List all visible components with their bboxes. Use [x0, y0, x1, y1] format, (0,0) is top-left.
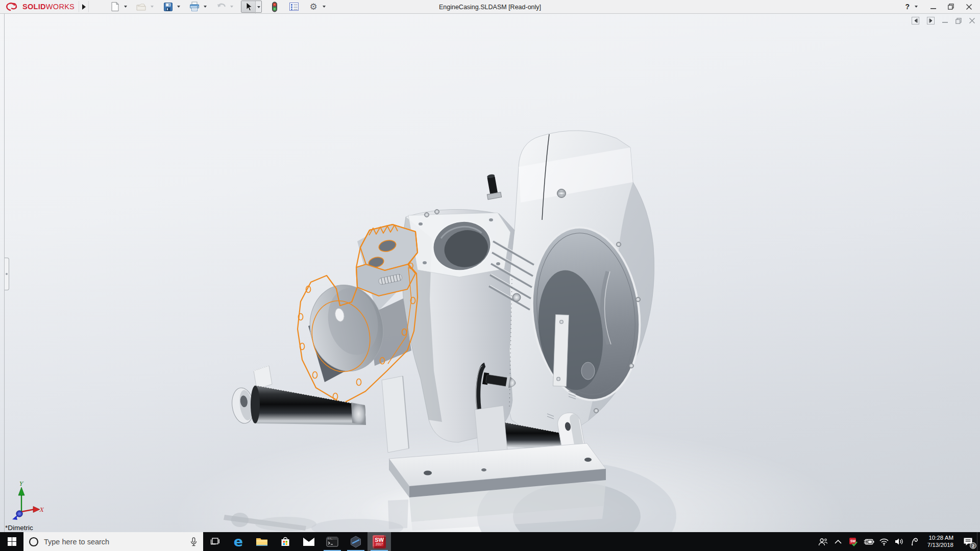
close-icon — [966, 4, 972, 10]
print-dropdown[interactable] — [202, 1, 208, 13]
battery-plugged-icon — [863, 538, 874, 545]
window-restore-button[interactable] — [947, 3, 955, 11]
file-properties-button[interactable] — [287, 1, 301, 13]
pane-left-icon — [914, 18, 918, 23]
menu-expand-button[interactable] — [79, 1, 89, 12]
taskbar-app-store[interactable] — [274, 532, 297, 551]
open-dropdown[interactable] — [149, 1, 155, 13]
previous-pane-button[interactable] — [912, 17, 919, 24]
rebuild-button[interactable] — [268, 1, 281, 13]
store-icon — [280, 537, 290, 547]
battery-status[interactable] — [861, 532, 876, 551]
orientation-triad: Y X — [6, 480, 44, 521]
taskbar-app-command-prompt[interactable]: C:\_ — [321, 532, 344, 551]
help-button[interactable]: ? — [905, 3, 910, 11]
search-placeholder-text: Type here to search — [44, 538, 185, 546]
mail-icon — [303, 537, 315, 546]
restore-icon — [948, 4, 954, 10]
notification-count-badge: 2 — [970, 542, 976, 549]
minimize-icon — [930, 4, 936, 10]
splitter-grip-icon — [6, 273, 8, 275]
taskbar-app-solidworks[interactable]: SW 2017 — [368, 532, 391, 551]
options-dropdown[interactable] — [321, 1, 327, 13]
doc-restore-button[interactable] — [955, 18, 962, 24]
new-document-dropdown[interactable] — [122, 1, 129, 13]
tray-clock[interactable]: 10:28 AM 7/13/2018 — [922, 532, 959, 551]
undo-arrow-icon — [215, 2, 227, 11]
pane-right-icon — [929, 18, 933, 23]
ds-logo-icon — [5, 2, 20, 12]
edge-icon: e — [234, 535, 243, 548]
graphics-viewport[interactable]: Y X *Dimetric — [0, 14, 980, 532]
quick-access-toolbar: ⚙ — [108, 0, 327, 13]
engine-casing-3d-model[interactable] — [0, 14, 980, 532]
save-floppy-icon — [163, 2, 173, 12]
volume-icon — [895, 538, 904, 545]
clock-time: 10:28 AM — [928, 535, 953, 542]
left-mount-shaft[interactable] — [230, 366, 366, 425]
windows-ink-pen-icon — [911, 537, 919, 546]
people-icon — [818, 538, 827, 546]
print-button[interactable] — [188, 1, 201, 13]
titlebar-controls: ? — [905, 1, 980, 13]
doc-minimize-button[interactable] — [942, 18, 948, 23]
solidworks-monitor-tray[interactable]: SW — [846, 532, 861, 551]
file-properties-icon — [289, 2, 299, 11]
open-button[interactable] — [135, 1, 148, 13]
select-tool-dropdown[interactable] — [255, 1, 261, 13]
options-button[interactable]: ⚙ — [307, 1, 320, 13]
new-document-button[interactable] — [108, 1, 121, 13]
sw-monitor-label: SW — [850, 539, 856, 543]
window-close-button[interactable] — [965, 3, 973, 11]
action-center-button[interactable]: 2 — [959, 532, 977, 551]
taskbar-search-input[interactable]: Type here to search — [23, 532, 203, 551]
tray-overflow-button[interactable] — [830, 532, 846, 551]
windows-taskbar: Type here to search e — [0, 532, 980, 551]
volume-status[interactable] — [892, 532, 907, 551]
triad-y-label: Y — [19, 481, 24, 487]
windows-ink-workspace[interactable] — [907, 532, 922, 551]
black-pin — [484, 173, 502, 199]
solidworks-logo: SOLIDWORKS — [0, 0, 79, 13]
featuremanager-splitter-handle[interactable] — [5, 258, 9, 290]
next-pane-button[interactable] — [927, 17, 935, 24]
wifi-icon — [879, 538, 889, 545]
screen: SOLIDWORKS — [0, 0, 980, 551]
start-button[interactable] — [0, 532, 23, 551]
undo-dropdown[interactable] — [229, 1, 235, 13]
chevron-up-icon — [835, 540, 842, 544]
windows-logo-icon — [8, 537, 16, 546]
hexagon-app-icon — [350, 536, 362, 548]
clock-date: 7/13/2018 — [927, 542, 953, 549]
save-dropdown[interactable] — [176, 1, 182, 13]
solidworks-monitor-icon: SW — [849, 537, 858, 546]
select-tool-button[interactable] — [241, 1, 255, 12]
print-icon — [189, 2, 200, 12]
traffic-light-rebuild-icon — [272, 2, 278, 12]
taskbar-app-hexagon[interactable] — [344, 532, 368, 551]
task-view-button[interactable] — [203, 532, 227, 551]
taskbar-app-edge[interactable]: e — [227, 532, 250, 551]
command-prompt-title-text: C:\_ — [328, 537, 333, 540]
file-explorer-icon — [256, 537, 268, 547]
solidworks-app-icon: SW 2017 — [373, 535, 386, 548]
network-status[interactable] — [876, 532, 892, 551]
show-desktop-button[interactable] — [977, 532, 980, 551]
gear-icon: ⚙ — [309, 3, 317, 11]
undo-button[interactable] — [214, 1, 228, 13]
people-button[interactable] — [815, 532, 830, 551]
microphone-icon — [190, 537, 197, 546]
brand-text: SOLIDWORKS — [22, 3, 75, 11]
taskbar-app-file-explorer[interactable] — [250, 532, 274, 551]
expand-arrow-icon — [82, 4, 86, 10]
select-tool-group — [241, 1, 262, 13]
save-button[interactable] — [161, 1, 175, 13]
app-titlebar: SOLIDWORKS — [0, 0, 980, 14]
cortana-icon — [29, 537, 39, 547]
document-title: EngineCasing.SLDASM [Read-only] — [439, 0, 541, 14]
doc-close-button[interactable] — [969, 18, 975, 23]
window-minimize-button[interactable] — [929, 3, 937, 11]
doc-minimize-icon — [942, 18, 948, 23]
taskbar-app-mail[interactable] — [297, 532, 321, 551]
help-dropdown[interactable] — [913, 1, 919, 13]
